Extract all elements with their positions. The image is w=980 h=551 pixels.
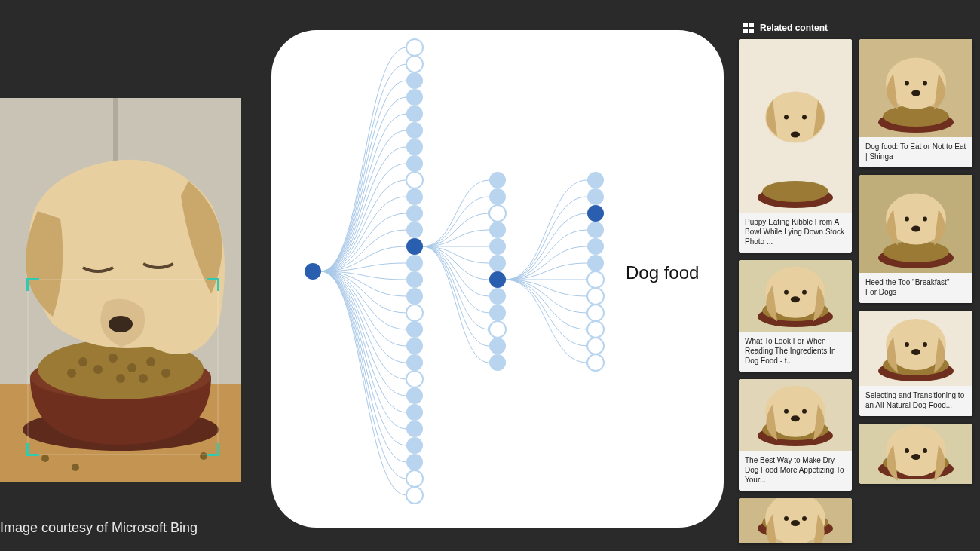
related-header: Related content: [743, 23, 972, 33]
related-card[interactable]: What To Look For When Reading The Ingred…: [739, 260, 852, 372]
svg-point-17: [72, 464, 79, 471]
related-card[interactable]: [859, 424, 972, 484]
classification-diagram: Dog food: [271, 30, 724, 528]
nn-node: [406, 354, 423, 371]
nn-node: [489, 188, 506, 205]
nn-node: [406, 338, 423, 354]
nn-node: [489, 238, 506, 255]
svg-point-60: [911, 226, 920, 232]
nn-node: [406, 421, 423, 437]
nn-node: [406, 89, 423, 106]
nn-node: [406, 238, 423, 255]
svg-point-30: [784, 290, 789, 295]
nn-node: [587, 354, 604, 371]
nn-node: [587, 172, 604, 188]
nn-node: [406, 321, 423, 338]
nn-node: [489, 321, 506, 338]
svg-point-31: [802, 290, 807, 295]
nn-node: [305, 263, 321, 280]
svg-point-73: [923, 448, 927, 453]
related-thumb: [739, 39, 852, 213]
svg-point-21: [762, 181, 828, 202]
nn-node: [587, 205, 604, 222]
svg-point-39: [791, 415, 800, 421]
nn-node: [489, 255, 506, 271]
related-card[interactable]: Heed the Too "Breakfast" – For Dogs: [859, 175, 972, 303]
nn-node: [406, 305, 423, 321]
related-card[interactable]: The Best Way to Make Dry Dog Food More A…: [739, 379, 852, 491]
related-thumb: [739, 379, 852, 451]
svg-point-67: [911, 349, 920, 355]
nn-node: [587, 321, 604, 338]
output-label: Dog food: [626, 262, 699, 283]
nn-node: [406, 404, 423, 421]
nn-node: [406, 371, 423, 387]
nn-node: [406, 387, 423, 404]
svg-point-74: [911, 454, 920, 460]
svg-point-24: [802, 115, 807, 120]
nn-node: [489, 354, 506, 371]
svg-point-45: [802, 516, 807, 521]
nn-node: [587, 288, 604, 305]
nn-node: [587, 255, 604, 271]
nn-node: [406, 106, 423, 122]
crop-handle-bl[interactable]: [26, 443, 39, 456]
related-caption: What To Look For When Reading The Ingred…: [739, 332, 852, 372]
nn-node: [406, 222, 423, 238]
svg-point-59: [923, 217, 927, 222]
nn-node: [489, 172, 506, 188]
related-thumb: [739, 260, 852, 332]
grid-icon: [743, 23, 754, 33]
nn-node: [406, 56, 423, 72]
related-caption: The Best Way to Make Dry Dog Food More A…: [739, 451, 852, 491]
nn-node: [406, 288, 423, 305]
svg-point-16: [41, 455, 49, 462]
nn-node: [489, 271, 506, 288]
svg-point-46: [791, 520, 800, 526]
nn-node: [406, 454, 423, 470]
related-card[interactable]: Dog food: To Eat or Not to Eat | Shinga: [859, 39, 972, 167]
related-header-label: Related content: [760, 23, 828, 33]
related-caption: Dog food: To Eat or Not to Eat | Shinga: [859, 137, 972, 167]
svg-point-32: [791, 296, 800, 302]
crop-region[interactable]: [27, 279, 219, 455]
nn-node: [587, 338, 604, 354]
nn-node: [406, 487, 423, 504]
nn-node: [406, 188, 423, 205]
related-caption: Puppy Eating Kibble From A Bowl While Ly…: [739, 213, 852, 253]
nn-node: [587, 305, 604, 321]
related-caption: Heed the Too "Breakfast" – For Dogs: [859, 273, 972, 303]
crop-handle-tr[interactable]: [207, 278, 219, 291]
nn-node: [406, 255, 423, 271]
related-card[interactable]: Selecting and Transitioning to an All-Na…: [859, 311, 972, 416]
svg-point-52: [923, 81, 927, 86]
svg-point-58: [905, 217, 909, 222]
nn-node: [406, 155, 423, 172]
nn-node: [406, 271, 423, 288]
nn-node: [406, 437, 423, 454]
crop-handle-tl[interactable]: [26, 278, 39, 291]
related-thumb: [859, 424, 972, 484]
nn-node: [406, 122, 423, 139]
nn-node: [406, 205, 423, 222]
svg-point-51: [905, 81, 909, 86]
related-card[interactable]: Puppy Eating Kibble From A Bowl While Ly…: [739, 39, 852, 253]
nn-node: [406, 39, 423, 56]
related-caption: Selecting and Transitioning to an All-Na…: [859, 386, 972, 416]
crop-handle-br[interactable]: [207, 443, 219, 456]
nn-node: [406, 139, 423, 155]
svg-point-66: [923, 342, 927, 347]
related-card[interactable]: [739, 498, 852, 543]
nn-node: [587, 271, 604, 288]
attribution-text: Image courtesy of Microsoft Bing: [0, 520, 198, 536]
svg-point-25: [791, 132, 800, 138]
nn-node: [406, 470, 423, 487]
svg-point-37: [784, 409, 789, 414]
svg-point-65: [905, 342, 909, 347]
nn-node: [489, 288, 506, 305]
related-panel: Related content Puppy Eating Kibble From…: [739, 23, 972, 543]
nn-node: [587, 238, 604, 255]
nn-node: [489, 305, 506, 321]
svg-point-44: [784, 516, 789, 521]
source-image: [0, 98, 241, 482]
